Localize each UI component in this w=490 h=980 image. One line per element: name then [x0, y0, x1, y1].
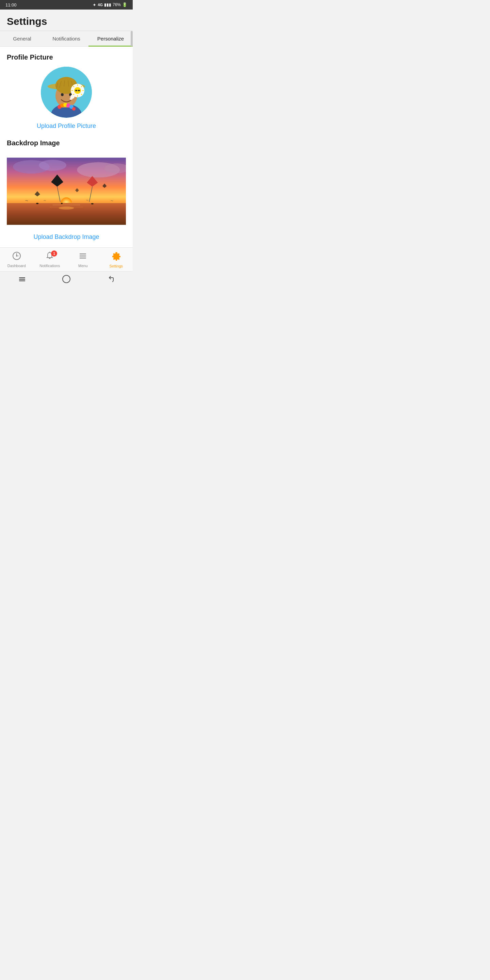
- android-back-button[interactable]: [18, 274, 27, 285]
- avatar-container[interactable]: [41, 67, 92, 118]
- svg-rect-75: [19, 277, 25, 278]
- nav-label-menu: Menu: [78, 264, 88, 268]
- svg-rect-76: [19, 279, 25, 280]
- svg-point-24: [70, 97, 73, 100]
- svg-rect-34: [75, 90, 77, 91]
- tab-personalize[interactable]: Personalize: [89, 31, 133, 46]
- settings-icon: [111, 251, 121, 263]
- status-bar: 11:00 ✦ 4G ▮▮▮ 76% 🔋: [0, 0, 133, 10]
- signal-icon: ▮▮▮: [104, 2, 111, 7]
- backdrop-image-container[interactable]: 〜 〜 〜 〜: [7, 154, 126, 229]
- svg-text:〜: 〜: [25, 199, 28, 202]
- svg-point-72: [80, 258, 80, 258]
- backdrop-section: Backdrop Image: [7, 139, 126, 240]
- android-recents-button[interactable]: [106, 274, 115, 285]
- nav-label-notifications: Notifications: [40, 264, 60, 268]
- svg-point-78: [63, 275, 70, 283]
- main-content: Profile Picture: [0, 47, 133, 247]
- svg-rect-68: [80, 256, 86, 256]
- menu-icon: [79, 251, 88, 262]
- profile-picture-area: Upload Profile Picture: [7, 67, 126, 130]
- nav-item-menu[interactable]: Menu: [66, 248, 100, 271]
- svg-point-70: [80, 253, 80, 254]
- bluetooth-icon: ✦: [92, 2, 96, 8]
- svg-point-71: [80, 256, 80, 256]
- backdrop-section-title: Backdrop Image: [7, 139, 126, 147]
- avatar-image: [41, 67, 92, 118]
- svg-text:〜: 〜: [43, 199, 46, 202]
- backdrop-image: 〜 〜 〜 〜: [7, 154, 126, 229]
- page-title: Settings: [7, 16, 126, 27]
- battery-label: 76%: [113, 2, 121, 7]
- header: Settings: [0, 10, 133, 31]
- profile-section-title: Profile Picture: [7, 53, 126, 61]
- svg-point-21: [72, 107, 76, 111]
- bottom-nav: Dashboard 1 Notifications Menu: [0, 247, 133, 271]
- scroll-indicator: [130, 31, 133, 46]
- tab-notifications[interactable]: Notifications: [44, 31, 89, 46]
- svg-point-39: [39, 160, 66, 171]
- profile-section: Profile Picture: [7, 53, 126, 130]
- svg-point-61: [61, 203, 63, 204]
- android-nav-bar: [0, 271, 133, 288]
- svg-point-60: [91, 203, 94, 205]
- nav-label-settings: Settings: [109, 264, 123, 268]
- svg-rect-69: [80, 258, 86, 259]
- svg-rect-67: [80, 253, 86, 255]
- network-icon: 4G: [98, 3, 103, 7]
- tabs-container: General Notifications Personalize: [0, 31, 133, 47]
- svg-point-74: [115, 254, 118, 258]
- battery-icon: 🔋: [122, 2, 127, 7]
- svg-text:〜: 〜: [86, 199, 89, 202]
- dashboard-icon: [12, 251, 21, 262]
- svg-text:〜: 〜: [111, 199, 113, 202]
- nav-item-dashboard[interactable]: Dashboard: [0, 248, 33, 271]
- svg-rect-43: [7, 203, 126, 225]
- notification-badge: 1: [51, 250, 57, 256]
- svg-point-59: [36, 203, 38, 204]
- svg-rect-77: [19, 280, 25, 282]
- tab-general[interactable]: General: [0, 31, 44, 46]
- upload-backdrop-image-link[interactable]: Upload Backdrop Image: [7, 234, 126, 240]
- nav-item-settings[interactable]: Settings: [100, 248, 133, 271]
- nav-label-dashboard: Dashboard: [8, 264, 26, 268]
- status-time: 11:00: [5, 2, 17, 8]
- status-indicators: ✦ 4G ▮▮▮ 76% 🔋: [92, 2, 127, 8]
- nav-item-notifications[interactable]: 1 Notifications: [33, 248, 67, 271]
- upload-profile-picture-link[interactable]: Upload Profile Picture: [37, 123, 96, 130]
- android-home-button[interactable]: [62, 274, 71, 285]
- svg-rect-35: [78, 90, 80, 91]
